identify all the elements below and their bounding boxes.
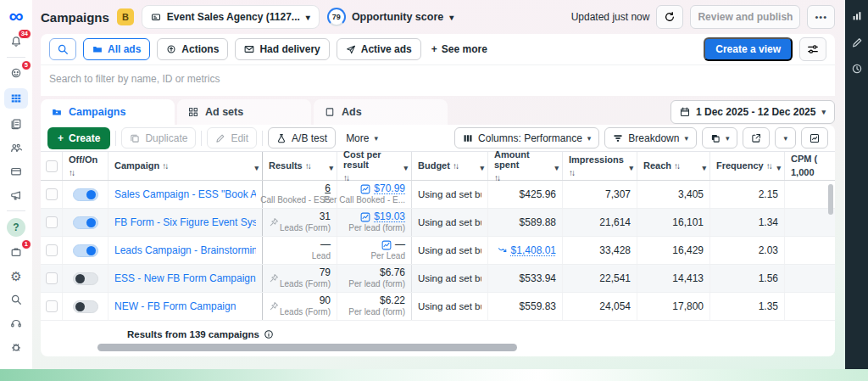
campaigns-nav-icon[interactable] — [4, 88, 28, 109]
export-options-button[interactable]: ▾ — [775, 127, 796, 148]
chart-icon[interactable] — [381, 240, 392, 250]
filter-active-ads[interactable]: Active ads — [337, 38, 421, 60]
column-header-amount-spent[interactable]: Amount spent↑↓ ▾ — [488, 152, 563, 180]
chevron-down-icon: ▾ — [329, 164, 333, 172]
table-row[interactable]: Leads Campaign - Brainstorming Call —Lea… — [41, 237, 835, 265]
cost-value[interactable]: $6.76 — [380, 266, 405, 279]
ab-test-button[interactable]: A/B test — [268, 127, 336, 148]
edit-pencil-icon[interactable] — [851, 36, 863, 48]
reports-button[interactable]: ▾ — [702, 127, 738, 148]
cost-value[interactable]: — — [395, 238, 405, 251]
filter-all-ads[interactable]: All ads — [83, 38, 150, 60]
billing-icon[interactable] — [6, 163, 26, 180]
megaphone-icon[interactable] — [6, 187, 26, 204]
row-toggle[interactable] — [73, 216, 98, 229]
review-and-publish-button[interactable]: Review and publish — [690, 5, 800, 29]
tab-campaigns[interactable]: Campaigns — [41, 99, 175, 125]
tab-ads[interactable]: Ads — [314, 99, 448, 125]
account-overview-icon[interactable]: 5 — [6, 64, 26, 81]
export-button[interactable] — [743, 127, 770, 148]
settings-icon[interactable]: ⚙ — [6, 267, 26, 284]
filter-search-button[interactable] — [49, 38, 76, 60]
vertical-scrollbar[interactable] — [828, 184, 833, 215]
table-row[interactable]: ESS - New FB Form Campaign 79Leads (Form… — [41, 265, 835, 293]
impressions-value: 21,614 — [599, 216, 631, 228]
table-row[interactable]: Sales Campaign - ESS "Book A Call" 6Call… — [41, 181, 835, 209]
column-header-frequency[interactable]: Frequency↑↓ ▾ — [710, 152, 785, 180]
audiences-icon[interactable] — [6, 139, 26, 156]
chevron-down-icon: ▾ — [702, 164, 706, 172]
duplicate-button[interactable]: Duplicate — [121, 127, 196, 148]
insights-chart-icon[interactable] — [851, 10, 863, 22]
row-checkbox[interactable] — [46, 188, 58, 200]
column-header-cost[interactable]: Cost per result↑↓ ▾ — [337, 152, 412, 180]
campaign-link[interactable]: Leads Campaign - Brainstorming Call — [114, 244, 256, 256]
filter-actions[interactable]: Actions — [157, 38, 228, 60]
column-header-reach[interactable]: Reach↑↓ ▾ — [637, 152, 710, 180]
search-input[interactable] — [49, 69, 826, 89]
columns-button[interactable]: Columns: Performance ▾ — [454, 127, 599, 148]
bug-report-icon[interactable] — [6, 339, 26, 356]
campaign-link[interactable]: FB Form - Six Figure Event System — [114, 216, 256, 228]
filter-had-delivery[interactable]: Had delivery — [235, 38, 329, 60]
campaign-link[interactable]: NEW - FB Form Campaign — [114, 300, 236, 312]
horizontal-scrollbar[interactable] — [97, 344, 517, 351]
table-row[interactable]: FB Form - Six Figure Event System 31Lead… — [41, 209, 835, 237]
cost-value[interactable]: $70.99 — [374, 182, 405, 195]
info-icon[interactable] — [264, 329, 274, 339]
column-header-campaign[interactable]: Campaign↑↓ ▾ — [108, 152, 263, 180]
column-header-impressions[interactable]: Impressions↑↓ ▾ — [563, 152, 637, 180]
history-clock-icon[interactable] — [851, 63, 863, 75]
filter-label: Had delivery — [259, 43, 320, 55]
notifications-icon[interactable]: 34 — [6, 33, 26, 50]
create-button[interactable]: + Create — [47, 127, 110, 149]
see-more-filters[interactable]: + See more — [431, 43, 487, 55]
date-range-selector[interactable]: 1 Dec 2025 - 12 Dec 2025 ▾ — [670, 100, 835, 124]
refresh-button[interactable] — [656, 5, 683, 29]
charts-button[interactable] — [801, 127, 828, 148]
table-row[interactable]: NEW - FB Form Campaign 90Leads (Form) $6… — [41, 293, 835, 321]
chart-icon[interactable] — [360, 212, 370, 222]
business-tools-icon[interactable]: 1 — [6, 244, 26, 261]
ads-reporting-icon[interactable] — [6, 115, 26, 132]
row-toggle[interactable] — [73, 272, 98, 285]
breakdown-button[interactable]: Breakdown ▾ — [604, 127, 697, 148]
spent-value[interactable]: $425.96 — [520, 188, 556, 200]
campaign-link[interactable]: ESS - New FB Form Campaign — [114, 272, 256, 284]
row-toggle[interactable] — [73, 188, 98, 201]
column-header-results[interactable]: Results↑↓ ▾ — [263, 152, 337, 180]
row-checkbox[interactable] — [46, 300, 58, 312]
row-checkbox[interactable] — [46, 272, 58, 284]
more-options-button[interactable]: ••• — [807, 5, 835, 29]
chart-box-icon — [810, 133, 820, 143]
spent-value[interactable]: $559.83 — [520, 300, 556, 312]
column-header-cpm[interactable]: CPM (1,000 — [785, 152, 826, 180]
select-all-checkbox[interactable] — [46, 160, 58, 172]
cost-value[interactable]: $6.22 — [380, 294, 405, 307]
column-header-budget[interactable]: Budget↑↓ ▾ — [412, 152, 488, 180]
row-toggle[interactable] — [73, 300, 98, 313]
spent-value[interactable]: $533.94 — [520, 272, 556, 284]
ad-account-selector[interactable]: Event Sales Agency (1127... ▾ — [142, 5, 320, 29]
tab-ad-sets[interactable]: Ad sets — [177, 99, 311, 125]
spent-value[interactable]: $1,408.01 — [511, 244, 556, 256]
row-checkbox[interactable] — [46, 244, 58, 256]
meta-logo-icon[interactable]: ∞ — [6, 6, 26, 26]
row-checkbox[interactable] — [46, 216, 58, 228]
chevron-down-icon: ▾ — [480, 164, 484, 172]
edit-button[interactable]: Edit — [207, 127, 257, 148]
campaign-link[interactable]: Sales Campaign - ESS "Book A Call" — [114, 188, 256, 200]
opportunity-score[interactable]: 79 Opportunity score ▾ — [327, 8, 453, 26]
chart-icon[interactable] — [360, 184, 370, 194]
view-settings-button[interactable] — [799, 37, 826, 61]
sidebar-search-icon[interactable] — [6, 291, 26, 308]
ad-account-name: Event Sales Agency (1127... — [167, 11, 300, 23]
help-icon[interactable]: ? — [7, 218, 25, 237]
support-icon[interactable] — [6, 315, 26, 332]
row-toggle[interactable] — [73, 244, 98, 257]
column-header-off-on[interactable]: Off/On↑↓ — [63, 152, 108, 180]
create-a-view-button[interactable]: Create a view — [704, 37, 793, 61]
cost-value[interactable]: $19.03 — [374, 210, 405, 223]
more-menu-button[interactable]: More ▾ — [341, 132, 383, 144]
spent-value[interactable]: $589.88 — [520, 216, 556, 228]
